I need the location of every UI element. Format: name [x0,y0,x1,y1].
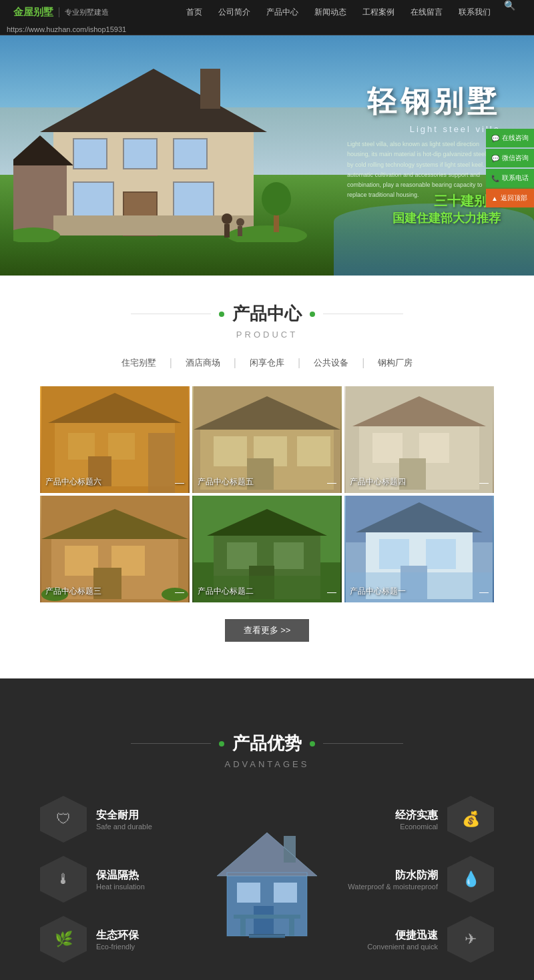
svg-point-17 [236,218,244,226]
float-btn-consult-label: 在线咨询 [502,133,529,143]
adv-waterproof-icon: 💧 [447,856,494,903]
adv-economic-text: 经济实惠 Economical [395,809,438,831]
product-item-5[interactable]: 产品中心标题五 — [192,386,342,493]
hero-title-cn: 轻钢别墅 [347,82,501,121]
svg-rect-75 [234,915,300,919]
product-item-2[interactable]: 产品中心标题二 — [192,496,342,602]
logo-subtitle: 专业别墅建造 [59,7,109,17]
svg-point-20 [262,182,291,215]
adv-economic-en: Economical [395,823,438,831]
svg-rect-8 [73,182,113,219]
advantages-grid: 🛡 安全耐用 Safe and durable 🌡 保温隔热 Heat insu… [0,783,534,976]
more-button-container: 查看更多 >> [0,619,534,642]
adv-safe-text: 安全耐用 Safe and durable [96,809,152,831]
adv-heat-cn: 保温隔热 [96,869,145,883]
product-label-4: 产品中心标题四 [350,476,406,488]
hero-description: Light steel villa, also known as light s… [347,139,501,201]
adv-waterproof-text: 防水防潮 Waterproof & moistureproof [348,869,438,891]
float-btn-consult[interactable]: 💬 在线咨询 [486,129,534,147]
left-line [131,314,211,314]
svg-rect-46 [65,546,98,576]
adv-waterproof-cn: 防水防潮 [348,869,438,883]
adv-left-col: 🛡 安全耐用 Safe and durable 🌡 保温隔热 Heat insu… [40,796,197,963]
product-grid: 产品中心标题六 — 产品中心标题五 — [0,386,534,602]
hero-house-svg [13,49,320,242]
chat-icon: 💬 [491,135,499,142]
tab-public[interactable]: 公共设备 [300,353,362,373]
svg-rect-7 [174,139,207,169]
adv-eco-cn: 生态环保 [96,929,139,943]
float-btn-top[interactable]: ▲ 返回顶部 [486,189,534,207]
nav-cases[interactable]: 工程案例 [354,0,403,24]
adv-eco-text: 生态环保 Eco-friendly [96,929,139,951]
phone-icon: 📞 [491,175,499,182]
svg-rect-34 [297,436,330,466]
nav-about[interactable]: 公司简介 [210,0,258,24]
tab-hotel[interactable]: 酒店商场 [172,353,234,373]
svg-rect-5 [73,139,107,169]
hero-title-en: Light steel villa [347,124,501,134]
adv-right-col: 💰 经济实惠 Economical 💧 防水防潮 Waterproof & mo… [337,796,494,963]
adv-quick-en: Convenient and quick [367,943,438,951]
more-button[interactable]: 查看更多 >> [225,619,310,642]
tab-warehouse[interactable]: 闲享仓库 [236,353,298,373]
adv-left-dot [219,741,224,747]
hero-sub1: 三十建别墅 [392,192,501,210]
adv-waterproof-en: Waterproof & moistureproof [348,883,438,891]
product-item-3[interactable]: 产品中心标题三 — [40,496,190,602]
tab-residential[interactable]: 住宅别墅 [108,353,170,373]
product-item-6[interactable]: 产品中心标题六 — [40,386,190,493]
left-dot [219,312,224,317]
svg-rect-12 [200,69,220,109]
product-title-cn: 产品中心 [232,302,302,326]
hero-sub2: 国建住建部大力推荐 [392,210,501,226]
nav-news[interactable]: 新闻动态 [306,0,354,24]
hero-section: 轻钢别墅 Light steel villa Light steel villa… [0,35,534,276]
advantages-title-en: ADVANTAGES [0,759,534,769]
adv-center [197,819,337,939]
tab-factory[interactable]: 钢构厂房 [364,353,426,373]
svg-rect-74 [289,916,294,936]
adv-safe-icon: 🛡 [40,796,87,843]
right-dot [310,312,315,317]
product-arrow-5: — [327,477,336,488]
svg-rect-16 [224,224,230,237]
adv-safe-cn: 安全耐用 [96,809,152,823]
product-item-1[interactable]: 产品中心标题一 — [344,496,494,602]
svg-marker-68 [217,833,317,876]
wechat-icon: 💬 [491,155,499,162]
advantages-title-cn: 产品优势 [232,732,302,755]
adv-right-line [323,743,403,744]
product-label-6: 产品中心标题六 [45,476,101,488]
advantages-header: 产品优势 ADVANTAGES [0,705,534,783]
svg-rect-56 [274,542,304,569]
hero-text: 轻钢别墅 Light steel villa Light steel villa… [347,82,501,201]
adv-quick-icon: ✈ [447,916,494,963]
main-navigation: 金屋别墅 专业别墅建造 首页 公司简介 产品中心 新闻动态 工程案例 在线留言 … [0,0,534,24]
nav-product[interactable]: 产品中心 [258,0,306,24]
adv-quick: ✈ 便捷迅速 Convenient and quick [337,916,494,963]
nav-message[interactable]: 在线留言 [403,0,451,24]
adv-heat: 🌡 保温隔热 Heat insulation [40,856,197,903]
float-btn-phone[interactable]: 📞 联系电话 [486,169,534,187]
search-icon[interactable]: 🔍 [499,0,521,24]
svg-marker-2 [40,69,267,132]
product-item-4[interactable]: 产品中心标题四 — [344,386,494,493]
svg-rect-64 [426,539,456,569]
svg-rect-69 [237,883,260,903]
advantages-section: 产品优势 ADVANTAGES 🛡 安全耐用 Safe and durable … [0,678,534,980]
product-title-en: PRODUCT [0,330,534,340]
adv-eco-icon: 🌿 [40,916,87,963]
adv-economic-cn: 经济实惠 [395,809,438,823]
nav-home[interactable]: 首页 [178,0,210,24]
svg-rect-18 [238,226,242,236]
float-btn-top-label: 返回顶部 [501,193,527,203]
float-btn-wechat[interactable]: 💬 微信咨询 [486,149,534,167]
svg-point-15 [222,213,232,224]
product-tabs: 住宅别墅 | 酒店商场 | 闲享仓库 | 公共设备 | 钢构厂房 [0,353,534,373]
adv-safe: 🛡 安全耐用 Safe and durable [40,796,197,843]
adv-heat-text: 保温隔热 Heat insulation [96,869,145,891]
nav-contact[interactable]: 联系我们 [451,0,499,24]
top-icon: ▲ [491,195,498,202]
adv-safe-en: Safe and durable [96,823,152,831]
